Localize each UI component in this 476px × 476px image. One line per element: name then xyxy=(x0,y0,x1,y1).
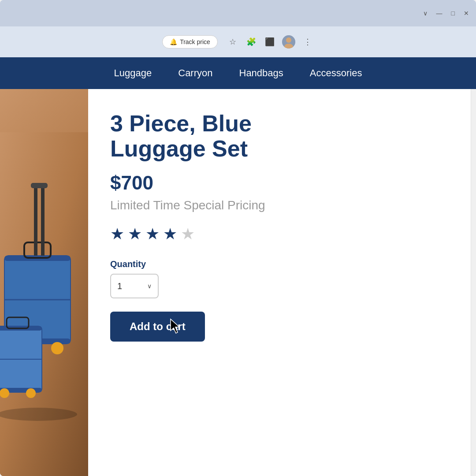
close-icon[interactable]: ✕ xyxy=(464,10,469,16)
address-bar-area: 🔔 Track price xyxy=(162,35,218,48)
product-image-panel xyxy=(0,89,88,476)
track-price-button[interactable]: 🔔 Track price xyxy=(162,35,218,48)
more-options-icon[interactable]: ⋮ xyxy=(301,36,314,48)
product-image xyxy=(0,132,88,476)
svg-rect-13 xyxy=(31,183,48,188)
star-1: ★ xyxy=(110,225,124,243)
toolbar-icons: ☆ 🧩 ⬛ ⋮ xyxy=(227,35,314,48)
quantity-dropdown[interactable]: 1 2 3 xyxy=(117,281,144,291)
window-controls: ∨ — □ ✕ xyxy=(423,10,469,16)
maximize-icon[interactable]: □ xyxy=(451,10,455,16)
site-nav: Luggage Carryon Handbags Accessories xyxy=(0,57,476,89)
avatar[interactable] xyxy=(282,35,295,48)
browser-toolbar: 🔔 Track price ☆ 🧩 ⬛ ⋮ xyxy=(0,26,476,57)
product-details-wrapper: 3 Piece, Blue Luggage Set $700 Limited T… xyxy=(88,89,471,476)
quantity-selector[interactable]: 1 2 3 ∨ xyxy=(110,274,159,298)
nav-item-carryon[interactable]: Carryon xyxy=(178,67,212,79)
extensions-icon[interactable]: 🧩 xyxy=(245,36,257,48)
svg-point-1 xyxy=(286,37,291,43)
svg-rect-11 xyxy=(34,185,37,256)
svg-rect-12 xyxy=(41,185,45,256)
nav-item-luggage[interactable]: Luggage xyxy=(114,67,152,79)
svg-point-21 xyxy=(0,408,77,421)
quantity-label: Quantity xyxy=(110,259,453,269)
svg-point-19 xyxy=(0,388,9,398)
product-details: 3 Piece, Blue Luggage Set $700 Limited T… xyxy=(88,89,471,359)
star-4: ★ xyxy=(163,225,177,243)
browser-frame: ∨ — □ ✕ 🔔 Track price ☆ 🧩 ⬛ ⋮ xyxy=(0,0,476,476)
track-price-label: Track price xyxy=(180,38,210,45)
nav-item-handbags[interactable]: Handbags xyxy=(239,67,283,79)
site-main: 3 Piece, Blue Luggage Set $700 Limited T… xyxy=(0,89,476,476)
product-price: $700 xyxy=(110,172,453,194)
product-special-pricing: Limited Time Special Pricing xyxy=(110,198,453,212)
nav-item-accessories[interactable]: Accessories xyxy=(310,67,362,79)
star-rating: ★ ★ ★ ★ ★ xyxy=(110,225,453,243)
star-5: ★ xyxy=(181,225,195,243)
svg-point-10 xyxy=(51,342,63,354)
product-title: 3 Piece, Blue Luggage Set xyxy=(110,111,453,161)
svg-point-20 xyxy=(26,388,36,398)
picture-in-picture-icon[interactable]: ⬛ xyxy=(264,36,276,48)
chevron-down-icon[interactable]: ∨ xyxy=(423,10,428,16)
star-3: ★ xyxy=(145,225,160,243)
star-icon[interactable]: ☆ xyxy=(227,36,239,48)
minimize-icon[interactable]: — xyxy=(436,10,443,16)
chevron-down-icon: ∨ xyxy=(147,283,152,290)
browser-titlebar: ∨ — □ ✕ xyxy=(0,0,476,26)
star-2: ★ xyxy=(128,225,142,243)
add-to-cart-button[interactable]: Add to cart xyxy=(110,312,205,342)
website: Luggage Carryon Handbags Accessories xyxy=(0,57,476,476)
scrollbar-track[interactable] xyxy=(471,89,476,476)
bell-icon: 🔔 xyxy=(170,38,177,45)
